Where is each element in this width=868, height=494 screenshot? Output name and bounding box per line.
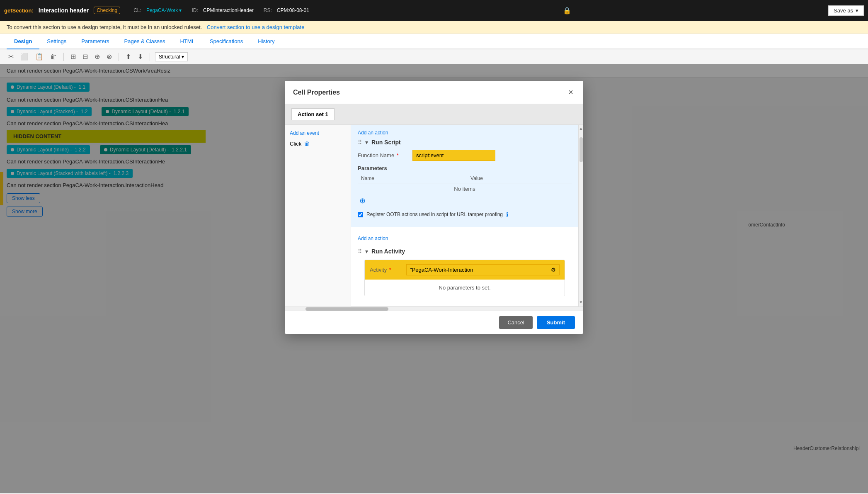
tab-html[interactable]: HTML: [173, 34, 202, 49]
tab-bar: Design Settings Parameters Pages & Class…: [0, 34, 868, 49]
collapse-action-1-button[interactable]: ▾: [365, 139, 368, 146]
cancel-button[interactable]: Cancel: [499, 316, 532, 329]
activity-required-star: *: [389, 267, 391, 273]
action-1-title: Run Script: [371, 139, 401, 146]
split-icon[interactable]: ⊟: [81, 52, 90, 61]
activity-settings-icon[interactable]: ⚙: [551, 267, 556, 273]
id-value: CPMInteractionHeader: [203, 7, 254, 13]
align-icon[interactable]: ⊞: [69, 52, 78, 61]
function-name-label: Function Name *: [358, 152, 407, 158]
cell-properties-modal: Cell Properties × Action set 1 Add an ev…: [285, 81, 583, 334]
action-2-header: ⠿ ▾ Run Activity: [358, 248, 572, 255]
scrollbar-down-icon[interactable]: ▼: [579, 299, 583, 306]
action-set-tab-area: Action set 1: [285, 104, 583, 125]
modal-body: Add an event Click 🗑 Add an action ⠿ ▾: [285, 125, 583, 307]
function-name-row: Function Name *: [358, 150, 572, 161]
modal-footer: Cancel Submit: [285, 311, 583, 334]
cl-chevron-icon: ▾: [179, 7, 182, 13]
scrollbar-up-icon[interactable]: ▲: [579, 125, 583, 132]
event-panel: Add an event Click 🗑: [285, 125, 351, 307]
tab-parameters[interactable]: Parameters: [74, 34, 116, 49]
add-param-button[interactable]: ⊕: [358, 195, 367, 207]
tab-pages-classes[interactable]: Pages & Classes: [117, 34, 173, 49]
activity-row: Activity * "PegaCA-Work-Interaction ⚙: [365, 260, 565, 280]
value-col-header: Value: [467, 174, 572, 183]
activity-block: Activity * "PegaCA-Work-Interaction ⚙ No…: [364, 260, 565, 296]
rs-value: CPM:08-08-01: [277, 7, 309, 13]
move-up-icon[interactable]: ⬆: [124, 52, 133, 61]
rule-prefix: getSection:: [4, 7, 34, 14]
no-items-row: No items: [358, 183, 572, 195]
paste-icon[interactable]: 📋: [34, 52, 45, 61]
params-table: Name Value No items: [358, 174, 572, 195]
tab-specifications[interactable]: Specifications: [202, 34, 250, 49]
modal-overlay: Cell Properties × Action set 1 Add an ev…: [0, 64, 868, 493]
action-set-1-tab[interactable]: Action set 1: [291, 108, 335, 120]
toolbar-separator-3: [150, 53, 150, 61]
save-as-chevron-icon: ▾: [856, 7, 858, 14]
id-label: ID:: [192, 7, 198, 13]
function-name-input[interactable]: [412, 150, 495, 161]
action-block-run-script: Add an action ⠿ ▾ Run Script Function Na…: [351, 125, 578, 227]
register-checkbox[interactable]: [358, 212, 363, 217]
add-col-icon[interactable]: ⊕: [93, 52, 102, 61]
event-item-click: Click 🗑: [290, 140, 346, 147]
required-star: *: [397, 152, 399, 158]
add-action-link-1[interactable]: Add an action: [358, 130, 572, 136]
delete-icon[interactable]: 🗑: [48, 52, 58, 61]
cl-label: CL:: [133, 7, 141, 13]
drag-handle-2-icon[interactable]: ⠿: [358, 248, 362, 255]
drag-handle-icon[interactable]: ⠿: [358, 139, 362, 146]
tab-design[interactable]: Design: [7, 34, 39, 49]
toolbar: ✂ ⬜ 📋 🗑 ⊞ ⊟ ⊕ ⊗ ⬆ ⬇ Structural ▾: [0, 49, 868, 64]
action-block-run-activity: Add an action ⠿ ▾ Run Activity Activity: [351, 227, 578, 307]
modal-scrollbar[interactable]: ▲ ▼: [578, 125, 583, 307]
cut-icon[interactable]: ✂: [7, 52, 15, 61]
toolbar-separator-1: [63, 53, 64, 61]
save-as-button[interactable]: Save as ▾: [828, 5, 864, 16]
horizontal-scroll-thumb[interactable]: [305, 307, 388, 311]
cl-dropdown[interactable]: PegaCA-Work ▾: [146, 7, 182, 13]
register-label: Register OOTB actions used in script for…: [366, 212, 503, 217]
info-banner: To convert this section to use a design …: [0, 21, 868, 34]
rule-title: Interaction header: [39, 7, 89, 14]
action-1-header: ⠿ ▾ Run Script: [358, 139, 572, 146]
name-col-header: Name: [358, 174, 467, 183]
action-2-title: Run Activity: [371, 248, 405, 255]
params-header: Parameters: [358, 165, 572, 171]
structural-chevron-icon: ▾: [182, 54, 184, 60]
add-event-link[interactable]: Add an event: [290, 130, 319, 136]
modal-title: Cell Properties: [293, 89, 340, 96]
activity-value-field[interactable]: "PegaCA-Work-Interaction ⚙: [406, 264, 560, 275]
params-section: Parameters Name Value: [358, 165, 572, 207]
submit-button[interactable]: Submit: [537, 316, 575, 329]
toolbar-separator-2: [119, 53, 119, 61]
info-icon[interactable]: ℹ: [506, 211, 508, 218]
horizontal-scrollbar[interactable]: [285, 307, 583, 311]
move-down-icon[interactable]: ⬇: [136, 52, 145, 61]
modal-close-button[interactable]: ×: [567, 88, 575, 97]
top-bar: getSection: Interaction header Checking …: [0, 0, 868, 21]
no-items-text: No items: [358, 183, 572, 195]
remove-col-icon[interactable]: ⊗: [105, 52, 114, 61]
rs-label: RS:: [264, 7, 272, 13]
structural-dropdown[interactable]: Structural ▾: [155, 52, 188, 61]
tab-settings[interactable]: Settings: [39, 34, 74, 49]
lock-icon: 🔒: [563, 7, 571, 15]
modal-header: Cell Properties ×: [285, 81, 583, 104]
convert-link[interactable]: Convert section to use a design template: [207, 24, 305, 30]
tab-history[interactable]: History: [250, 34, 282, 49]
delete-event-icon[interactable]: 🗑: [304, 140, 310, 147]
no-params-text: No parameters to set.: [365, 280, 565, 296]
main-content: Can not render section PegaCA-Work-Inter…: [0, 64, 868, 493]
register-checkbox-row: Register OOTB actions used in script for…: [358, 211, 572, 218]
add-action-link-2[interactable]: Add an action: [358, 236, 572, 241]
status-badge: Checking: [94, 7, 120, 14]
activity-label: Activity *: [370, 267, 403, 273]
action-panel: Add an action ⠿ ▾ Run Script Function Na…: [351, 125, 578, 307]
event-name: Click: [290, 141, 301, 147]
copy-icon[interactable]: ⬜: [19, 52, 30, 61]
scrollbar-thumb[interactable]: [579, 137, 583, 162]
collapse-action-2-button[interactable]: ▾: [365, 248, 368, 255]
